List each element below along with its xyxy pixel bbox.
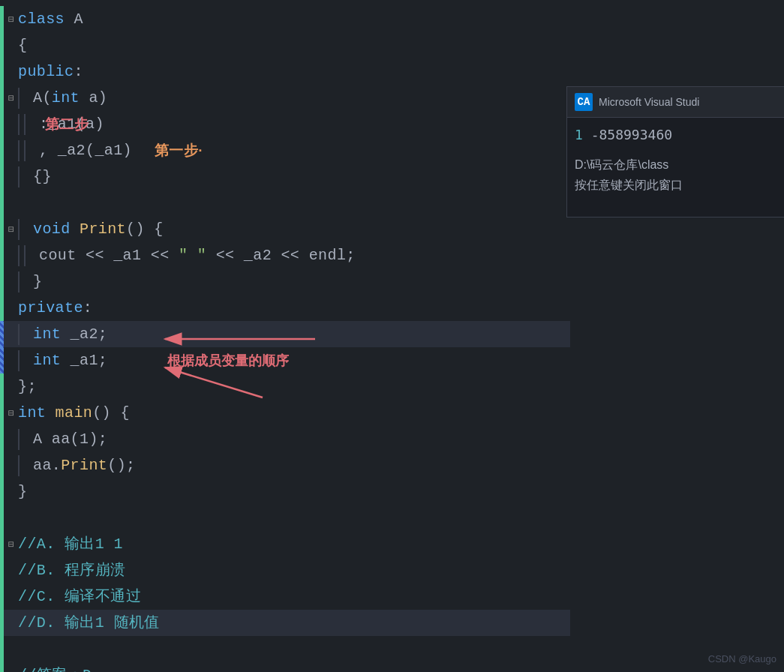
guide-1 [18,88,20,109]
line-content: { [18,33,27,58]
guide-11 [18,272,20,292]
line-content: //B. 程序崩溃 [18,558,126,584]
line-bar-green [0,6,4,32]
code-line-18: aa.Print(); [0,452,570,478]
code-line-15: }; [0,374,570,400]
code-line-8 [0,190,570,216]
line-content: int _a1; [33,348,107,374]
code-line-12: private: [0,295,570,321]
annotation-step1: 第一步· [155,138,203,164]
code-line-26: //答案：D [0,662,570,672]
guide-6b [24,140,26,161]
line-bar-green-12 [0,295,4,321]
line-bar-green-6 [0,137,4,164]
line-content: :_a1(a) [39,112,104,137]
line-content: cout << _a1 << " " << _a2 << endl; [39,243,356,268]
code-line-22: //B. 程序崩溃 [0,557,570,584]
code-line-5: :_a1(a) 第二步 [0,111,570,137]
vs-popup-header: CA Microsoft Visual Studi [567,87,784,118]
fold-icon-4: ⊟ [5,92,18,104]
code-line-6: , _a2(_a1) 第一步· [0,137,570,164]
line-content: //C. 编译不通过 [18,584,141,610]
fold-icon-9: ⊟ [5,224,18,236]
guide-6a [18,140,20,161]
guide-10b [24,245,26,266]
line-bar-blue-14 [0,347,4,374]
fold-icon-16: ⊟ [5,407,18,419]
line-bar-green-7 [0,164,4,190]
guide-18 [18,455,20,476]
line-bar-blue-13 [0,321,4,347]
line-content: int _a2; [33,322,107,347]
code-line-19: } [0,478,570,505]
line-bar-green-3 [0,58,4,85]
csdn-watermark: CSDN @Kaugo [708,653,776,664]
line-content: public: [18,59,83,85]
code-line-25 [0,636,570,662]
vs-icon-text: CA [578,96,590,108]
vs-output-number: 1 -858993460 [575,127,776,142]
line-content: //A. 输出1 1 [18,532,123,557]
line-bar-green-2 [0,32,4,58]
line-bar-green-22 [0,557,4,584]
code-line-17: A aa(1); [0,426,570,452]
line-bar-green-21 [0,531,4,557]
code-line-11: } [0,268,570,295]
guide-17 [18,429,20,450]
vs-icon: CA [575,93,593,111]
guide-5a [18,114,20,135]
code-line-16: ⊟ int main() { [0,400,570,426]
guide-9 [18,219,20,240]
line-bar-green-8 [0,190,4,216]
line-bar-green-18 [0,452,4,478]
vs-body: 1 -858993460 D:\码云仓库\class 按任意键关闭此窗口 [567,118,784,202]
code-line-14: int _a1; 根据成员变量的顺序 [0,347,570,374]
vs-label: 1 [575,127,583,142]
code-line-7: {} [0,164,570,190]
code-line-10: cout << _a1 << " " << _a2 << endl; [0,242,570,268]
code-area: ⊟ class A { public: ⊟ A(int a) [0,0,570,672]
line-content: void Print() { [33,217,164,242]
vs-path: D:\码云仓库\class [575,158,776,173]
line-bar-green-17 [0,426,4,452]
line-content: {} [33,164,52,190]
line-bar-green-24 [0,610,4,636]
line-bar-green-10 [0,242,4,268]
line-bar-green-23 [0,584,4,610]
guide-5b [24,114,26,135]
annotation-order: 根据成员变量的顺序 [167,352,289,370]
line-bar-green-11 [0,268,4,295]
line-bar-green-5 [0,111,4,137]
vs-hint: 按任意键关闭此窗口 [575,178,776,194]
guide-7 [18,166,20,188]
vs-number: -858993460 [591,127,672,142]
code-line-24: //D. 输出1 随机值 [0,610,570,636]
code-line-1: ⊟ class A [0,6,570,32]
code-line-9: ⊟ void Print() { [0,216,570,242]
vs-title: Microsoft Visual Studi [599,96,699,108]
line-content: }; [18,374,37,400]
code-line-21: ⊟ //A. 输出1 1 [0,531,570,557]
guide-10a [18,245,20,266]
code-line-4: ⊟ A(int a) [0,85,570,111]
vs-popup: CA Microsoft Visual Studi 1 -858993460 D… [566,86,784,218]
line-content: aa.Print(); [33,453,135,478]
guide-13 [18,324,20,345]
line-bar-green-25 [0,636,4,662]
line-content: A(int a) [33,86,107,111]
line-bar-green-16 [0,400,4,426]
line-bar-green-9 [0,216,4,242]
code-line-13: int _a2; [0,321,570,347]
code-line-2: { [0,32,570,58]
line-content: A aa(1); [33,427,107,452]
fold-icon-21: ⊟ [5,538,18,550]
line-content: //答案：D [18,663,92,673]
code-line-3: public: [0,58,570,85]
line-content: private: [18,296,92,321]
line-bar-green-19 [0,478,4,505]
line-content: } [18,479,27,505]
guide-14 [18,350,20,371]
line-content: class A [18,7,83,32]
line-content: , _a2(_a1) [39,138,132,164]
code-line-23: //C. 编译不通过 [0,584,570,610]
